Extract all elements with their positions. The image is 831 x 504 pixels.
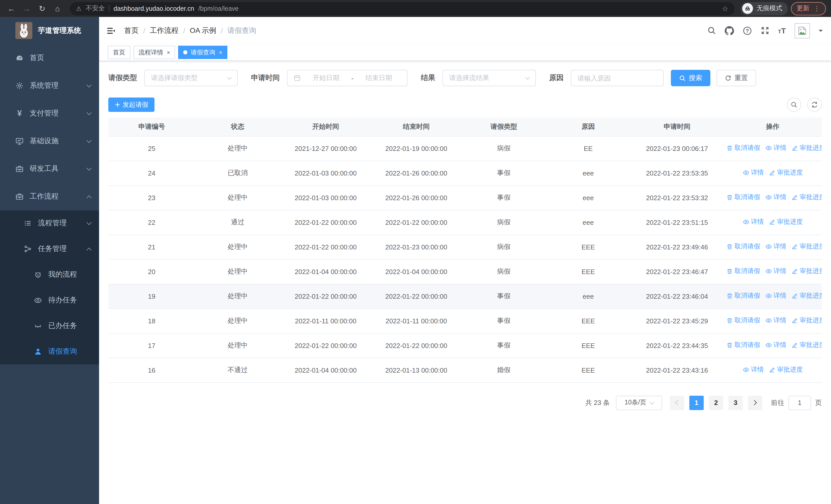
detail-link[interactable]: 详情	[765, 316, 786, 325]
tab-process-detail[interactable]: 流程详情 ×	[134, 46, 175, 59]
progress-link[interactable]: 审批进度	[769, 217, 803, 226]
search-icon[interactable]	[707, 26, 716, 35]
cell-apply-time: 2022-01-22 23:46:04	[630, 284, 724, 308]
cancel-leave-link[interactable]: 取消请假	[726, 242, 760, 251]
cell-apply-id: 19	[108, 284, 195, 308]
progress-link[interactable]: 审批进度	[792, 341, 822, 350]
fullscreen-icon[interactable]	[761, 26, 769, 35]
progress-link[interactable]: 审批进度	[792, 144, 822, 152]
browser-forward-button[interactable]: →	[21, 2, 33, 14]
cancel-leave-link[interactable]: 取消请假	[726, 193, 760, 202]
next-page-button[interactable]	[748, 395, 762, 410]
result-select[interactable]: 请选择流结果	[442, 70, 536, 86]
help-icon[interactable]: ?	[742, 26, 752, 35]
tab-leave-query[interactable]: 请假查询 ×	[178, 46, 227, 59]
page-button-3[interactable]: 3	[728, 395, 743, 410]
cell-reason: EEE	[546, 308, 630, 333]
reset-button[interactable]: 重置	[717, 70, 756, 86]
cell-start-time: 2022-01-11 00:00:00	[280, 308, 371, 333]
tab-home[interactable]: 首页	[108, 46, 131, 59]
detail-link[interactable]: 详情	[765, 144, 786, 152]
browser-update-button[interactable]: 更新 ⋮	[791, 2, 826, 15]
sidebar-item-leave-query[interactable]: 请假查询	[0, 339, 99, 364]
sidebar-item-process-mgmt[interactable]: 流程管理	[0, 210, 99, 236]
close-icon[interactable]: ×	[167, 49, 170, 55]
app-logo: 芋道管理系统	[0, 17, 99, 44]
sidebar-item-infrastructure[interactable]: 基础设施	[0, 127, 99, 155]
prev-page-button[interactable]	[670, 395, 684, 410]
detail-link[interactable]: 详情	[765, 341, 786, 350]
cell-apply-id: 20	[108, 259, 195, 284]
detail-link[interactable]: 详情	[765, 267, 786, 276]
refresh-button[interactable]	[807, 97, 822, 112]
page-button-1[interactable]: 1	[689, 395, 704, 410]
active-dot	[183, 50, 188, 54]
cell-status: 处理中	[195, 308, 280, 333]
hide-search-button[interactable]	[787, 97, 801, 112]
sidebar-item-my-process[interactable]: 我的流程	[0, 262, 99, 288]
sidebar-item-task-mgmt[interactable]: 任务管理	[0, 236, 99, 262]
cell-actions: 取消请假详情审批进度	[724, 308, 822, 333]
cancel-leave-link[interactable]: 取消请假	[726, 267, 760, 276]
avatar[interactable]	[795, 23, 810, 38]
progress-link[interactable]: 审批进度	[769, 168, 803, 177]
page-size-select[interactable]: 10条/页	[616, 395, 662, 410]
cancel-leave-link[interactable]: 取消请假	[726, 144, 760, 152]
bookmark-star-icon[interactable]: ☆	[722, 4, 728, 12]
chevron-down-icon[interactable]	[819, 30, 823, 34]
breadcrumb-workflow[interactable]: 工作流程	[150, 26, 179, 35]
detail-link[interactable]: 详情	[743, 168, 764, 177]
sidebar-collapse-icon[interactable]	[106, 26, 115, 35]
sidebar-item-devtools[interactable]: 研发工具	[0, 155, 99, 183]
detail-link[interactable]: 详情	[765, 292, 786, 300]
cell-start-time: 2022-01-22 00:00:00	[280, 210, 371, 235]
cell-start-time: 2022-01-22 00:00:00	[280, 284, 371, 308]
chevron-down-icon	[227, 76, 232, 80]
progress-link[interactable]: 审批进度	[769, 365, 803, 374]
close-icon[interactable]: ×	[219, 49, 222, 55]
range-separator: -	[351, 74, 354, 82]
sidebar-item-system[interactable]: 系统管理	[0, 72, 99, 99]
progress-link[interactable]: 审批进度	[792, 292, 822, 300]
goto-page-input[interactable]	[789, 395, 811, 410]
chevron-down-icon	[525, 76, 530, 80]
reason-input[interactable]	[571, 70, 663, 86]
detail-link[interactable]: 详情	[765, 242, 786, 251]
breadcrumb-home[interactable]: 首页	[124, 26, 139, 35]
search-button[interactable]: 搜索	[671, 70, 710, 86]
browser-back-button[interactable]: ←	[5, 2, 18, 14]
browser-home-button[interactable]: ⌂	[51, 2, 64, 14]
cancel-leave-link[interactable]: 取消请假	[726, 292, 760, 300]
create-leave-button[interactable]: 发起请假	[108, 97, 154, 112]
github-icon[interactable]	[724, 26, 734, 35]
edit-icon	[769, 219, 776, 225]
date-range-picker[interactable]: 开始日期 - 结束日期	[287, 70, 407, 86]
detail-link[interactable]: 详情	[743, 365, 764, 374]
sidebar-item-done-tasks[interactable]: 已办任务	[0, 313, 99, 339]
progress-link[interactable]: 审批进度	[792, 193, 822, 202]
leave-type-select[interactable]: 请选择请假类型	[144, 70, 238, 86]
cell-actions: 取消请假详情审批进度	[724, 259, 822, 284]
browser-menu-icon[interactable]: ⋮	[813, 5, 820, 12]
cancel-leave-link[interactable]: 取消请假	[726, 341, 760, 350]
delete-icon	[726, 243, 733, 250]
progress-link[interactable]: 审批进度	[792, 267, 822, 276]
progress-link[interactable]: 审批进度	[792, 242, 822, 251]
breadcrumb-oa-example[interactable]: OA 示例	[190, 26, 216, 35]
sidebar-item-workflow[interactable]: 工作流程	[0, 183, 99, 210]
detail-link[interactable]: 详情	[765, 193, 786, 202]
browser-reload-button[interactable]: ↻	[36, 2, 48, 14]
view-icon	[765, 268, 772, 274]
page-button-2[interactable]: 2	[709, 395, 723, 410]
progress-link[interactable]: 审批进度	[792, 316, 822, 325]
cell-actions: 取消请假详情审批进度	[724, 136, 822, 161]
font-size-icon[interactable]: TT	[778, 27, 786, 34]
sidebar-item-payment[interactable]: ¥ 支付管理	[0, 99, 99, 127]
sidebar-item-home[interactable]: 首页	[0, 44, 99, 72]
detail-link[interactable]: 详情	[743, 217, 764, 226]
chevron-down-icon	[650, 400, 654, 405]
cancel-leave-link[interactable]: 取消请假	[726, 316, 760, 325]
sidebar-item-todo-tasks[interactable]: 待办任务	[0, 288, 99, 313]
cell-status: 处理中	[195, 284, 280, 308]
address-bar[interactable]: ⚠ 不安全 dashboard.yudao.iocoder.cn/bpm/oa/…	[70, 2, 735, 15]
